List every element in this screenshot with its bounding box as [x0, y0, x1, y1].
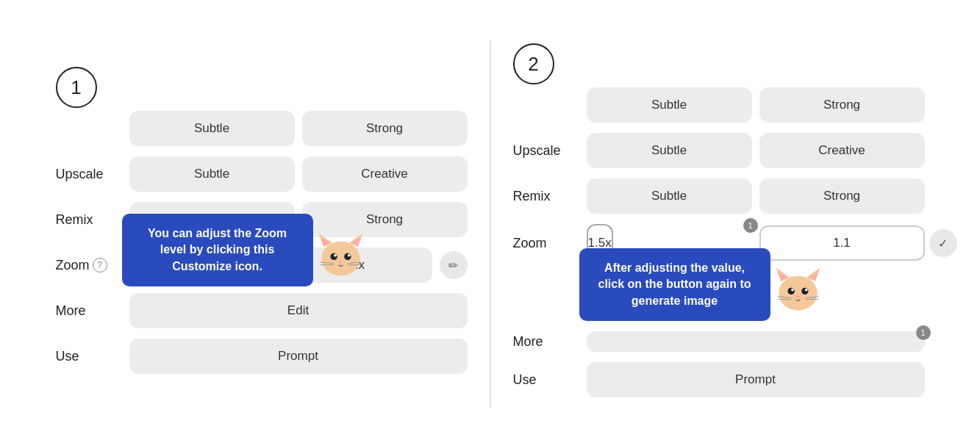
panel1-upscale-subtle-btn[interactable]: Subtle: [129, 156, 295, 192]
svg-point-20: [801, 288, 808, 295]
cat-svg-1: [313, 228, 368, 283]
panel1-more-edit-btn[interactable]: Edit: [129, 293, 468, 328]
panel2-upscale-label: Upscale: [513, 143, 579, 159]
svg-point-22: [804, 289, 807, 292]
edit-icon: ✏: [448, 259, 458, 272]
svg-point-21: [791, 289, 794, 292]
panel2-top-subtle-btn[interactable]: Subtle: [587, 87, 752, 123]
panel-1: 1 Subtle Strong Upscale Subtle Creative …: [49, 59, 475, 389]
panel2-upscale-subtle-btn[interactable]: Subtle: [587, 133, 752, 168]
panel2-upscale-row: Upscale Subtle Creative: [513, 133, 925, 168]
panel2-cat-mascot: [770, 262, 829, 321]
panel2-more-main-btn[interactable]: [587, 331, 925, 352]
panel1-upscale-row: Upscale Subtle Creative: [56, 156, 468, 192]
panel2-remix-row: Remix Subtle Strong: [513, 178, 925, 214]
svg-point-0: [321, 242, 360, 276]
panel2-use-label: Use: [513, 372, 579, 388]
panel1-remix-label: Remix: [56, 212, 122, 228]
svg-point-8: [347, 254, 350, 257]
svg-point-7: [334, 254, 337, 257]
panel2-remix-subtle-btn[interactable]: Subtle: [587, 178, 752, 214]
page-wrapper: 1 Subtle Strong Upscale Subtle Creative …: [0, 0, 980, 448]
panel1-zoom-edit-btn[interactable]: ✏: [440, 251, 468, 279]
panel2-tooltip-area: After adjusting the value, click on the …: [579, 248, 829, 321]
panel1-zoom-label-group: Zoom ?: [56, 258, 122, 273]
svg-point-6: [344, 253, 351, 260]
panel1-zoom-row: Zoom ? 1.5x 2x ✏ You can adjust the Zoom…: [56, 248, 468, 283]
check-icon: ✓: [938, 236, 948, 250]
panel1-upscale-label: Upscale: [56, 167, 122, 182]
svg-point-19: [787, 288, 794, 295]
panel1-use-prompt-btn[interactable]: Prompt: [129, 339, 468, 374]
panel2-more-badge: 1: [916, 325, 931, 340]
panel1-tooltip-area: You can adjust the Zoom level by clickin…: [122, 214, 372, 286]
panel-divider: [490, 40, 491, 408]
panel1-use-row: Use Prompt: [56, 339, 468, 374]
panel2-remix-strong-btn[interactable]: Strong: [759, 178, 925, 214]
panel1-zoom-help-icon[interactable]: ?: [93, 258, 107, 272]
panel1-use-label: Use: [56, 349, 122, 364]
panel2-use-row: Use Prompt: [513, 362, 925, 397]
panel1-more-label: More: [56, 303, 122, 319]
panel2-zoom-row: Zoom 1 1.5x ✓ After adjusting the value,…: [513, 224, 925, 262]
cat-svg-2: [770, 262, 826, 317]
panel1-top-row: Subtle Strong: [56, 111, 468, 146]
panel2-tooltip: After adjusting the value, click on the …: [579, 248, 770, 321]
panel1-more-row: More Edit: [56, 293, 468, 328]
panel2-remix-label: Remix: [513, 189, 579, 204]
panel2-more-label: More: [513, 334, 579, 350]
panel1-top-strong-btn[interactable]: Strong: [302, 111, 468, 146]
panel2-top-row: Subtle Strong: [513, 87, 925, 123]
svg-point-14: [779, 276, 818, 311]
panel2-rows: Subtle Strong Upscale Subtle Creative Re…: [513, 87, 925, 397]
panel1-cat-mascot: [313, 228, 372, 286]
panel2-more-row: More 1: [513, 331, 925, 352]
panel1-zoom-label: Zoom: [56, 258, 90, 273]
panel-2: 2 Subtle Strong Upscale Subtle Creative …: [506, 36, 932, 412]
panel2-use-prompt-btn[interactable]: Prompt: [587, 362, 925, 397]
step-number-2: 2: [513, 43, 554, 84]
panel2-top-strong-btn[interactable]: Strong: [759, 87, 925, 123]
panel1-rows: Subtle Strong Upscale Subtle Creative Re…: [56, 111, 468, 374]
panel1-tooltip: You can adjust the Zoom level by clickin…: [122, 214, 313, 286]
svg-point-5: [330, 253, 337, 260]
panel2-badge-1: 1: [743, 218, 758, 233]
panel2-zoom-confirm-btn[interactable]: ✓: [929, 229, 957, 257]
panel1-upscale-creative-btn[interactable]: Creative: [302, 156, 468, 192]
panel1-top-subtle-btn[interactable]: Subtle: [129, 111, 295, 146]
panel2-zoom-label: Zoom: [513, 236, 579, 251]
panel2-upscale-creative-btn[interactable]: Creative: [759, 133, 925, 168]
step-number-1: 1: [56, 67, 97, 108]
